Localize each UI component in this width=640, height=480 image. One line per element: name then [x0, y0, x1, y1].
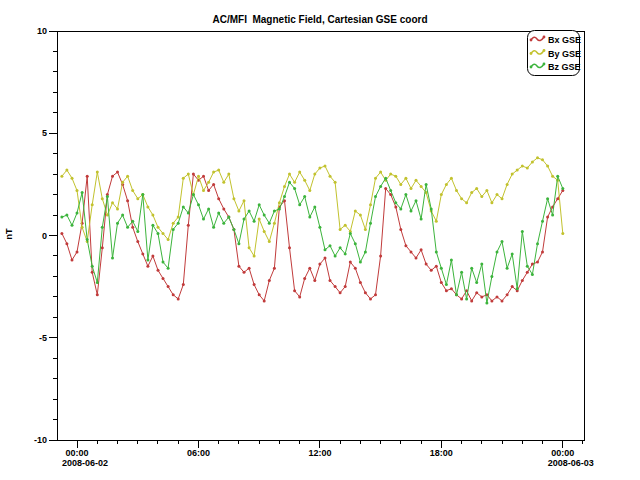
series-marker-bz [96, 281, 99, 284]
series-marker-bz [415, 199, 418, 202]
series-marker-by [60, 175, 63, 178]
series-marker-by [445, 183, 448, 186]
series-marker-bz [536, 242, 539, 245]
series-marker-by [394, 175, 397, 178]
series-marker-by [465, 201, 468, 204]
axis-tick-labels: 1050-5-1000:002008-06-0206:0012:0018:000… [34, 26, 594, 468]
series-marker-bx [111, 175, 114, 178]
x-tick-label: 06:00 [187, 448, 210, 458]
series-marker-bz [531, 273, 534, 276]
series-marker-bx [141, 252, 144, 255]
series-marker-bz [197, 203, 200, 206]
series-marker-bx [91, 271, 94, 274]
series-marker-bz [485, 302, 488, 305]
series-marker-bx [556, 197, 559, 200]
series-marker-by [379, 171, 382, 174]
series-marker-bz [172, 228, 175, 231]
series-marker-bx [536, 261, 539, 264]
series-marker-by [511, 173, 514, 176]
series-marker-by [121, 181, 124, 184]
series-marker-bx [212, 183, 215, 186]
series-marker-bx [146, 265, 149, 268]
series-marker-bx [263, 299, 266, 302]
series-marker-bx [496, 295, 499, 298]
series-marker-bz [490, 275, 493, 278]
legend-label-bz: Bz GSE [548, 62, 581, 72]
series-marker-bz [450, 259, 453, 262]
series-marker-by [76, 189, 79, 192]
chart-canvas[interactable]: 1050-5-1000:002008-06-0206:0012:0018:000… [0, 0, 640, 480]
series-marker-bz [445, 283, 448, 286]
series-marker-bz [501, 240, 504, 243]
series-marker-bx [420, 248, 423, 251]
series-marker-bx [182, 283, 185, 286]
series-marker-bx [359, 281, 362, 284]
series-marker-bz [151, 224, 154, 227]
legend-swatch-dot [543, 49, 546, 52]
series-marker-by [167, 238, 170, 241]
series-marker-bz [303, 195, 306, 198]
series-marker-by [475, 187, 478, 190]
series-marker-by [288, 173, 291, 176]
series-marker-bz [410, 210, 413, 213]
series-marker-by [293, 181, 296, 184]
series-marker-bz [101, 226, 104, 229]
series-marker-bz [399, 207, 402, 210]
series-marker-bz [384, 177, 387, 180]
series-marker-bz [506, 267, 509, 270]
series-marker-by [531, 160, 534, 163]
series-marker-bz [354, 242, 357, 245]
series-marker-by [151, 214, 154, 217]
series-marker-bx [273, 267, 276, 270]
series-marker-bz [237, 242, 240, 245]
y-tick-label: -10 [34, 435, 47, 445]
series-marker-bz [288, 181, 291, 184]
series-marker-bz [546, 197, 549, 200]
series-marker-by [222, 181, 225, 184]
series-marker-bx [202, 175, 205, 178]
series-marker-bz [131, 220, 134, 223]
series-marker-bz [511, 252, 514, 255]
series-marker-bz [349, 232, 352, 235]
series-marker-bx [506, 293, 509, 296]
legend-label-bx: Bx GSE [548, 35, 581, 45]
series-marker-by [212, 171, 215, 174]
series-marker-bx [157, 269, 160, 272]
series-marker-bz [81, 191, 84, 194]
series-marker-bx [268, 279, 271, 282]
series-marker-bx [430, 269, 433, 272]
legend-label-by: By GSE [548, 49, 581, 59]
series-marker-bx [415, 257, 418, 260]
series-marker-by [389, 173, 392, 176]
series-marker-by [485, 189, 488, 192]
series-marker-bz [283, 195, 286, 198]
series-marker-by [248, 246, 251, 249]
series-marker-bx [384, 187, 387, 190]
series-marker-bz [91, 265, 94, 268]
series-marker-bz [60, 216, 63, 219]
series-marker-by [415, 179, 418, 182]
series-marker-bx [354, 267, 357, 270]
series-marker-bx [349, 261, 352, 264]
series-marker-bz [141, 193, 144, 196]
series-marker-by [470, 191, 473, 194]
x-tick-label: 00:00 [66, 448, 89, 458]
series-marker-by [268, 240, 271, 243]
series-marker-by [65, 169, 68, 172]
series-marker-by [318, 167, 321, 170]
series-marker-bz [313, 205, 316, 208]
series-marker-bz [521, 230, 524, 233]
series-marker-bz [425, 183, 428, 186]
series-marker-bx [86, 175, 89, 178]
series-marker-bz [364, 250, 367, 253]
series-marker-by [308, 189, 311, 192]
series-marker-bz [278, 207, 281, 210]
series-marker-bz [177, 222, 180, 225]
series-marker-bz [404, 193, 407, 196]
series-marker-bx [364, 291, 367, 294]
legend-swatch-dot [543, 63, 546, 66]
series-marker-by [324, 165, 327, 168]
series-marker-bx [344, 285, 347, 288]
series-marker-by [81, 226, 84, 229]
series-marker-bz [162, 261, 165, 264]
